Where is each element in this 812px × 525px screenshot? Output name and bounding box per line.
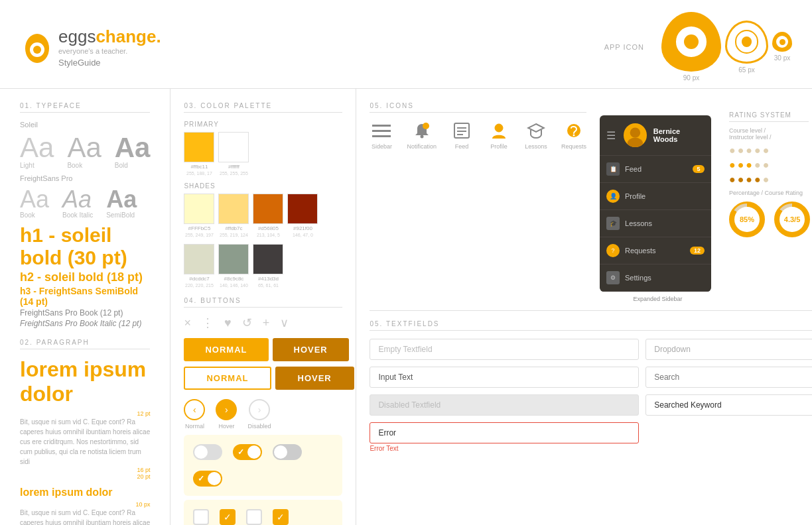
toggles-row: ✓ ✓ — [184, 435, 342, 496]
hover-button[interactable]: HOVER — [273, 338, 349, 361]
toggle-on-check-1[interactable]: ✓ — [233, 444, 262, 460]
logo-text-group: eggschange. everyone's a teacher. StyleG… — [58, 27, 161, 68]
sb-profile-label: Profile — [625, 192, 645, 200]
pagination-row: ‹ Normal › Hover › Disabled — [184, 399, 342, 430]
pag-prev-normal[interactable]: ‹ — [184, 399, 205, 420]
pie-chart-85: 85% — [729, 202, 765, 237]
search-input[interactable] — [645, 367, 812, 388]
checkbox-checked-1[interactable]: ✓ — [220, 509, 236, 525]
profile-icon[interactable] — [487, 121, 511, 141]
swatch-s6: #8c9c8c 140, 146, 140 — [218, 244, 249, 288]
lessons-icon[interactable] — [524, 121, 548, 141]
input-textfield[interactable] — [370, 367, 639, 388]
empty-textfield[interactable] — [370, 339, 639, 360]
sb-item-feed[interactable]: 📋 Feed 5 — [600, 156, 711, 183]
swatch-white-rgb: 255, 255, 255 — [220, 171, 248, 176]
pie-inner-85: 85% — [734, 207, 760, 232]
add-icon[interactable]: + — [263, 316, 270, 330]
svg-rect-3 — [372, 125, 391, 127]
sb-item-requests-left: ? Requests — [606, 244, 655, 257]
swatch-s1-hex: #FFFbC5 — [188, 225, 211, 231]
icons-section-title: 05. ICONS — [370, 102, 586, 113]
tf-book-sample: Aa Book — [67, 134, 101, 169]
tf-fsp-book-char: Aa — [20, 188, 49, 211]
icon-lessons: Lessons — [524, 121, 548, 150]
feed-icon[interactable] — [450, 121, 474, 141]
pag-prev-hover[interactable]: › — [216, 399, 237, 420]
pag-prev-disabled: › — [249, 399, 270, 420]
toggle-off-gray[interactable] — [273, 444, 302, 460]
svg-point-16 — [628, 138, 643, 147]
egg-yolk-90 — [684, 34, 699, 50]
chevron-down-icon[interactable]: ∨ — [280, 316, 289, 330]
shades-label: SHADES — [184, 182, 342, 190]
icon-65-label: 65 px — [738, 66, 754, 74]
toggle-on-check-2[interactable]: ✓ — [193, 471, 222, 487]
icon-profile-label: Profile — [490, 143, 508, 150]
error-textfield[interactable] — [370, 422, 639, 443]
icons-items-row: Sidebar Notification — [370, 121, 586, 150]
egg-inner-30 — [776, 36, 788, 48]
sb-hamburger-icon[interactable]: ☰ — [606, 129, 616, 142]
right-top-section: 05. ICONS Sidebar — [370, 102, 812, 302]
sb-feed-badge: 5 — [693, 165, 705, 173]
sb-requests-label: Requests — [625, 247, 655, 255]
logo-area: eggschange. everyone's a teacher. StyleG… — [20, 27, 161, 68]
requests-icon[interactable] — [562, 121, 586, 141]
sb-item-profile[interactable]: 👤 Profile — [600, 183, 711, 210]
typeface-soleil-row: Aa Light Aa Book Aa Bold — [20, 134, 150, 169]
egg-inner-90 — [675, 25, 708, 58]
close-icon[interactable]: × — [184, 316, 191, 330]
sb-item-requests[interactable]: ? Requests 12 — [600, 237, 711, 264]
svg-rect-5 — [372, 135, 391, 137]
sb-lessons-label: Lessons — [625, 219, 652, 227]
heart-icon[interactable]: ♥ — [224, 316, 232, 330]
main-content: 01. TYPEFACE Soleil Aa Light Aa Book Aa … — [0, 89, 812, 525]
sidebar-icon[interactable] — [370, 121, 393, 141]
sb-profile-icon: 👤 — [606, 190, 620, 203]
star-2-5: ● — [763, 159, 770, 171]
star-2-2: ● — [738, 159, 744, 171]
rating-course-label: Course level /Instructor level / — [729, 127, 809, 141]
dropdown-select[interactable]: Dropdown — [645, 339, 812, 360]
swatch-orange-hex: #ffbc11 — [190, 164, 208, 170]
more-icon[interactable]: ⋮ — [202, 316, 214, 330]
sb-item-profile-left: 👤 Profile — [606, 190, 645, 203]
tf-fsp-semi-label: SemiBold — [106, 211, 135, 219]
icon-lessons-label: Lessons — [525, 143, 547, 150]
normal-outline-button[interactable]: NORMAL — [184, 367, 271, 390]
icon-notification: Notification — [407, 121, 437, 150]
checkbox-checked-2[interactable]: ✓ — [273, 509, 289, 525]
stars-row-1: ● ● ● ● ● — [729, 145, 809, 156]
tf-fsp-italic-char: Aa — [62, 188, 92, 211]
pag-normal: ‹ Normal — [184, 399, 205, 430]
star-3-3: ● — [746, 174, 752, 186]
swatch-s5: #dcddc7 220, 220, 215 — [184, 244, 214, 288]
swatch-s7: #413d3d 65, 61, 61 — [253, 244, 283, 288]
swatch-s5-rgb: 220, 220, 215 — [185, 283, 214, 288]
hover-outline-button[interactable]: HOVER — [275, 367, 354, 390]
swatch-s4-hex: #921f00 — [293, 225, 312, 231]
toggle-off-1[interactable] — [193, 444, 222, 460]
star-1-5: ● — [763, 145, 770, 156]
lorem-small: lorem ipsum dolor — [20, 487, 150, 498]
right-column: 05. ICONS Sidebar — [356, 89, 812, 525]
refresh-icon[interactable]: ↺ — [242, 316, 252, 330]
tf-light-sample: Aa Light — [20, 134, 54, 169]
swatch-s4-rgb: 146, 47, 0 — [293, 233, 313, 237]
styleguide-label: StyleGuide — [58, 58, 161, 68]
egg-inner-65 — [735, 30, 758, 53]
checkbox-unchecked-2[interactable] — [246, 509, 262, 525]
checkbox-unchecked-1[interactable] — [193, 509, 209, 525]
swatch-s6-hex: #8c9c8c — [224, 276, 244, 282]
notification-icon[interactable] — [410, 121, 434, 141]
searched-input[interactable] — [645, 394, 812, 416]
normal-button[interactable]: NORMAL — [184, 338, 268, 361]
primary-colors-row: #ffbc11 255, 188, 17 #ffffff 255, 255, 2… — [184, 132, 342, 176]
sb-item-lessons[interactable]: 🎓 Lessons — [600, 210, 711, 237]
sb-item-settings[interactable]: ⚙ Settings — [600, 264, 711, 292]
star-3-4: ● — [754, 174, 761, 186]
egg-yolk-65 — [742, 36, 752, 47]
color-swatch-orange: #ffbc11 255, 188, 17 — [184, 132, 214, 176]
button-row-filled: NORMAL HOVER — [184, 338, 342, 361]
